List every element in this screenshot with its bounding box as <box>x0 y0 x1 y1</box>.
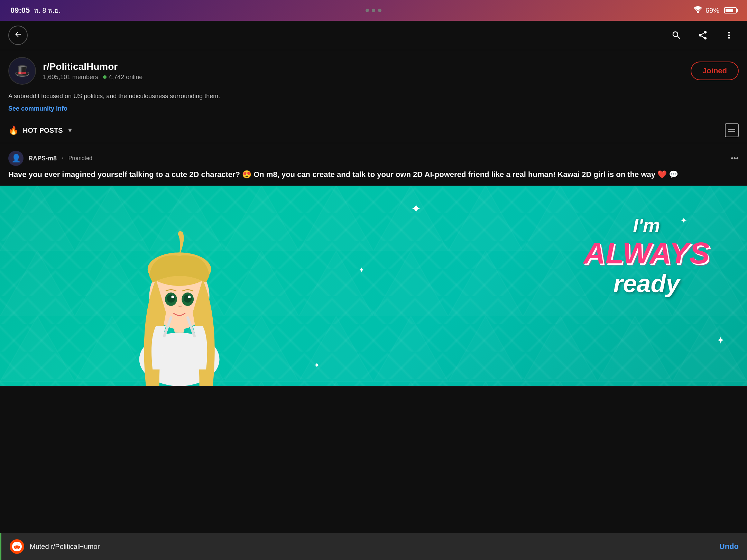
back-button[interactable] <box>8 26 28 45</box>
sparkle-4: ✦ <box>717 335 725 346</box>
status-date: พ. 8 พ.ย. <box>34 5 61 16</box>
more-options-icon <box>724 30 734 40</box>
post-header: 👤 RAPS-m8 • Promoted ••• <box>0 144 747 169</box>
post-author-name: RAPS-m8 <box>28 155 57 162</box>
dot-2 <box>372 9 375 12</box>
svg-point-9 <box>167 295 175 302</box>
joined-button[interactable]: Joined <box>691 62 739 80</box>
toast-reddit-icon <box>10 539 24 554</box>
toast-bar: Muted r/PoliticalHumor Undo <box>0 533 747 560</box>
top-nav <box>0 21 747 50</box>
subreddit-stats: 1,605,101 members 4,742 online <box>43 74 142 81</box>
post-menu-button[interactable]: ••• <box>731 154 739 163</box>
layout-toggle-button[interactable] <box>725 123 739 137</box>
subreddit-name: r/PoliticalHumor <box>43 61 142 72</box>
sort-label: HOT POSTS <box>23 127 63 134</box>
promoted-badge: Promoted <box>68 155 92 161</box>
post-title: Have you ever imagined yourself talking … <box>0 169 747 186</box>
back-arrow-icon <box>14 30 22 40</box>
subreddit-info: 🎩 r/PoliticalHumor 1,605,101 members 4,7… <box>8 57 142 85</box>
avatar-emoji: 🎩 <box>15 64 30 78</box>
sort-button[interactable]: 🔥 HOT POSTS ▼ <box>8 125 73 135</box>
search-button[interactable] <box>667 26 686 45</box>
im-text: I'm <box>583 216 710 235</box>
more-options-button[interactable] <box>719 26 739 45</box>
always-text: ALWAYS <box>583 238 710 268</box>
subreddit-details: r/PoliticalHumor 1,605,101 members 4,742… <box>43 61 142 81</box>
online-indicator: 4,742 online <box>103 74 142 81</box>
svg-point-10 <box>184 295 192 302</box>
share-icon <box>698 30 708 40</box>
post-avatar: 👤 <box>8 151 24 166</box>
status-bar: 09:05 พ. 8 พ.ย. 69% <box>0 0 747 21</box>
dot-separator: • <box>62 155 64 161</box>
status-time: 09:05 <box>10 6 30 15</box>
subreddit-avatar: 🎩 <box>8 57 36 85</box>
sparkle-1: ✦ <box>411 202 421 216</box>
description-text: A subreddit focused on US politics, and … <box>8 92 739 101</box>
nav-right <box>667 26 739 45</box>
toast-left: Muted r/PoliticalHumor <box>10 539 100 554</box>
sort-bar: 🔥 HOT POSTS ▼ <box>0 118 747 143</box>
layout-line-1 <box>728 129 735 130</box>
undo-button[interactable]: Undo <box>719 542 739 551</box>
subreddit-description: A subreddit focused on US politics, and … <box>0 92 747 118</box>
battery-fill <box>726 9 733 12</box>
battery-icon <box>724 7 737 13</box>
post-author-info: 👤 RAPS-m8 • Promoted <box>8 151 92 166</box>
post-image-container[interactable]: ✦ ✦ ✦ ✦ ✦ <box>0 186 747 386</box>
search-icon <box>671 30 682 40</box>
svg-point-0 <box>697 11 699 13</box>
fire-icon: 🔥 <box>8 125 19 135</box>
subreddit-header: 🎩 r/PoliticalHumor 1,605,101 members 4,7… <box>0 50 747 92</box>
community-info-link[interactable]: See community info <box>8 105 67 112</box>
dot-3 <box>378 9 381 12</box>
online-count: 4,742 online <box>109 74 142 81</box>
nav-left <box>8 26 28 45</box>
svg-point-12 <box>188 296 191 298</box>
post-avatar-image: 👤 <box>11 154 21 163</box>
dots-indicator <box>366 9 381 12</box>
sparkle-3: ✦ <box>359 266 365 274</box>
chevron-down-icon: ▼ <box>67 127 73 134</box>
toast-message: Muted r/PoliticalHumor <box>30 543 100 551</box>
layout-icon <box>727 128 737 133</box>
promo-text-container: I'm ALWAYS ready <box>583 216 710 296</box>
share-button[interactable] <box>693 26 712 45</box>
dot-1 <box>366 9 369 12</box>
layout-line-2 <box>728 131 735 132</box>
members-count: 1,605,101 members <box>43 74 98 81</box>
svg-point-11 <box>171 296 174 298</box>
wifi-icon <box>694 6 702 15</box>
anime-character <box>22 186 336 386</box>
anime-background: ✦ ✦ ✦ ✦ ✦ <box>0 186 747 386</box>
post-card: 👤 RAPS-m8 • Promoted ••• Have you ever i… <box>0 144 747 386</box>
online-dot <box>103 75 107 79</box>
status-bar-left: 09:05 พ. 8 พ.ย. <box>10 5 61 16</box>
ready-text: ready <box>583 271 710 296</box>
reddit-icon <box>12 542 22 551</box>
battery-percentage: 69% <box>706 7 719 15</box>
status-bar-right: 69% <box>694 6 737 15</box>
sort-left: 🔥 HOT POSTS ▼ <box>8 125 73 135</box>
